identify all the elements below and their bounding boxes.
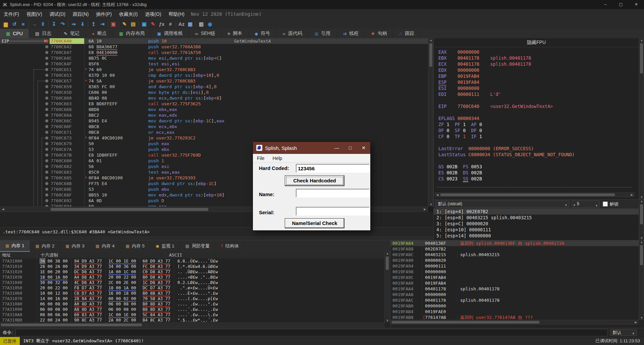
breakpoint-dot[interactable] [45, 159, 48, 162]
register-line[interactable]: LastStatus C0000034 (STATUS_OBJECT_NAME_… [438, 152, 575, 158]
compare-icon[interactable]: ▣ [140, 20, 149, 28]
disasm-address[interactable]: 7760C66C [50, 118, 84, 124]
dialog-minimize-button[interactable]: — [330, 142, 343, 154]
calculator-icon[interactable]: ▥ [197, 20, 206, 28]
hide-fpu-button[interactable]: 隐藏FPU [434, 40, 639, 46]
disasm-row[interactable]: 7760C64268 B8A36677push user32.7766A3B8 [0, 44, 428, 50]
stack-row[interactable]: 0019FAB40019FAE0 [391, 309, 644, 314]
menu-item[interactable]: 选项(O) [141, 9, 165, 19]
disasm-row[interactable]: 7760C6688BD8mov ebx,eax [0, 107, 428, 112]
disasm-address[interactable]: 7760C683 [50, 169, 84, 175]
az-icon[interactable]: Aᴢ [177, 20, 186, 28]
stack-row[interactable]: 0019FAAC00401178splish.00401178 [391, 297, 644, 303]
register-line[interactable] [438, 139, 575, 146]
step-over-icon[interactable]: ⇒ [69, 20, 78, 28]
breakpoint-dot[interactable] [45, 45, 48, 48]
disasm-address[interactable]: 7760C694 [50, 204, 84, 207]
disasm-address[interactable]: 7760C642 [50, 44, 84, 50]
dialog-titlebar[interactable]: Splish, Splash — □ ✕ [253, 142, 370, 154]
disasm-address[interactable]: 7760C663 [50, 101, 84, 107]
scroll-down-icon[interactable]: ▼ [639, 195, 644, 199]
disasm-row[interactable]: 7760C673▼0F84 49CD0100je user32.776293C2 [0, 135, 428, 141]
dialog-menu-file[interactable]: File [253, 156, 269, 161]
memory-dump-panel[interactable]: ▦内存 1▦内存 2▦内存 3▦内存 4▦内存 5◉监视 1▤局部变量?结构体 … [0, 240, 390, 328]
disasm-row[interactable]: 7760C647E8 04E10000call user32.7761A750 [0, 50, 428, 55]
register-line[interactable]: OF 0 SF 0 DF 0 [438, 127, 575, 133]
restart-icon[interactable]: ↺ [10, 20, 19, 28]
breakpoint-dot[interactable] [45, 85, 48, 88]
unlock-checkbox[interactable] [603, 202, 608, 207]
stack-row[interactable]: 0019FA9400000111 [391, 263, 644, 269]
scroll-thumb[interactable] [640, 204, 643, 224]
dump-row[interactable]: 77A3108006 00 08 00A0 8D A3 7706 00 08 0… [0, 301, 251, 307]
disasm-address[interactable]: 7760C671 [50, 129, 84, 135]
register-line[interactable]: EDI 00000111 L'đ' [438, 91, 575, 97]
menu-item[interactable]: 帮助(H) [165, 9, 188, 19]
maximize-button[interactable]: ▢ [613, 0, 629, 9]
notes-icon[interactable]: ▤ [129, 20, 138, 28]
scroll-thumb[interactable] [640, 245, 643, 265]
serial-input[interactable] [296, 207, 370, 216]
register-line[interactable] [438, 97, 575, 103]
tab-笔记[interactable]: ✎笔记 [58, 29, 86, 38]
tab-内存 1[interactable]: ▦内存 1 [0, 240, 30, 252]
disasm-row[interactable]: 7760C66F8BCBmov ecx,ebx [0, 124, 428, 129]
disasm-vscrollbar[interactable]: ▲ ▼ [428, 38, 433, 207]
dump-row[interactable]: 77A3107014 00 16 0028 84 A3 7700 00 02 0… [0, 296, 251, 301]
tab-CPU[interactable]: ▦CPU [0, 29, 29, 38]
breakpoint-dot[interactable] [45, 171, 48, 174]
stack-row[interactable]: 0019FAA00019FAB4 [391, 280, 644, 286]
tab-内存 4[interactable]: ▦内存 4 [90, 240, 120, 252]
dump-row[interactable]: 77A3104030 00 32 004C D8 A3 772C 00 2E 0… [0, 280, 251, 285]
disasm-address[interactable]: 7760C66A [50, 112, 84, 118]
tab-日志[interactable]: ▤日志 [29, 29, 58, 38]
register-line[interactable]: ESP 0019FA84 [438, 79, 575, 85]
dialog-menu-help[interactable]: Help [269, 156, 286, 161]
dump-row[interactable]: 77A3103018 00 1A 00A4 D8 A3 7720 00 22 0… [0, 275, 251, 280]
stack-vscrollbar[interactable]: ▲ ▼ [639, 240, 644, 320]
menu-item[interactable]: 插件(P) [92, 9, 115, 19]
minimize-button[interactable]: ─ [598, 0, 613, 9]
register-line[interactable]: CF 0 TF 1 IF 1 [438, 133, 575, 139]
scroll-thumb[interactable] [429, 43, 432, 67]
scroll-thumb[interactable] [640, 43, 643, 73]
disasm-address[interactable]: 7760C67B [50, 152, 84, 158]
register-line[interactable]: LastError 00000000 (ERROR_SUCCESS) [438, 146, 575, 152]
scroll-left-icon[interactable]: ◀ [0, 207, 6, 212]
stack-row[interactable]: 0019FA9000000020 [391, 257, 644, 263]
argument-row[interactable]: 2: [esp+8] 00403215 splish.00403215 [434, 215, 639, 221]
disasm-row[interactable]: 7760C6598365 FC 00and dword ptr ss:[ebp-… [0, 84, 428, 90]
registers-hscrollbar[interactable]: ◀ ▶ [435, 192, 635, 197]
tab-内存 2[interactable]: ▦内存 2 [30, 240, 60, 252]
fx-icon[interactable]: ƒx [157, 20, 166, 28]
disasm-row[interactable]: 7760C66C8945 E4mov dword ptr ss:[ebp-1C]… [0, 118, 428, 124]
pause-icon[interactable]: ‖ [39, 20, 47, 28]
stack-row[interactable]: 0019FA9800000000 [391, 269, 644, 275]
scroll-up-icon[interactable]: ▲ [385, 252, 390, 255]
register-line[interactable]: EDX 00000000 [438, 67, 575, 73]
scroll-up-icon[interactable]: ▲ [639, 240, 644, 244]
stack-row[interactable]: 0019FAB8[776147AB返回到 user32.776147AB 自 ?… [391, 314, 644, 320]
breakpoint-dot[interactable] [45, 74, 48, 77]
tab-源代码[interactable]: ‹›源代码 [276, 29, 309, 38]
disasm-address[interactable]: 7760C68F [50, 192, 84, 198]
titlebar[interactable]: Ж Splish.exe - PID: 6204 - 模块: user32.dl… [0, 0, 644, 9]
argument-count-spinner[interactable]: ▼ 5 ▲ [572, 200, 599, 208]
disasm-row[interactable]: 7760C66A8BC2mov eax,edx [0, 112, 428, 118]
register-line[interactable]: ES 002B DS 002B [438, 170, 575, 176]
close-button[interactable]: ✕ [629, 0, 644, 9]
register-line[interactable]: CS 0023 SS 002B [438, 176, 575, 182]
stack-row[interactable]: 0019FAB000000000 [391, 303, 644, 309]
disasm-address[interactable]: 7760C659 [50, 84, 84, 90]
scroll-thumb[interactable] [392, 321, 539, 324]
disasm-address[interactable]: 7760C640 [50, 38, 84, 44]
breakpoint-dot[interactable] [45, 142, 48, 145]
dump-vscrollbar[interactable]: ▲ ▼ [384, 251, 390, 323]
execute-till-return-icon[interactable]: ⇓ [78, 20, 87, 28]
stack-row[interactable]: 0019FA9C0019FAB4 [391, 275, 644, 280]
register-line[interactable]: EBP 0019FAB4 [438, 73, 575, 79]
run-to-user-code-icon[interactable]: ⇥ [98, 20, 107, 28]
tab-内存 3[interactable]: ▦内存 3 [60, 240, 90, 252]
disasm-row[interactable]: 7760C64C8B75 0Cmov esi,dword ptr ss:[ebp… [0, 55, 428, 61]
register-line[interactable]: GS 002B FS 0053 [438, 164, 575, 170]
